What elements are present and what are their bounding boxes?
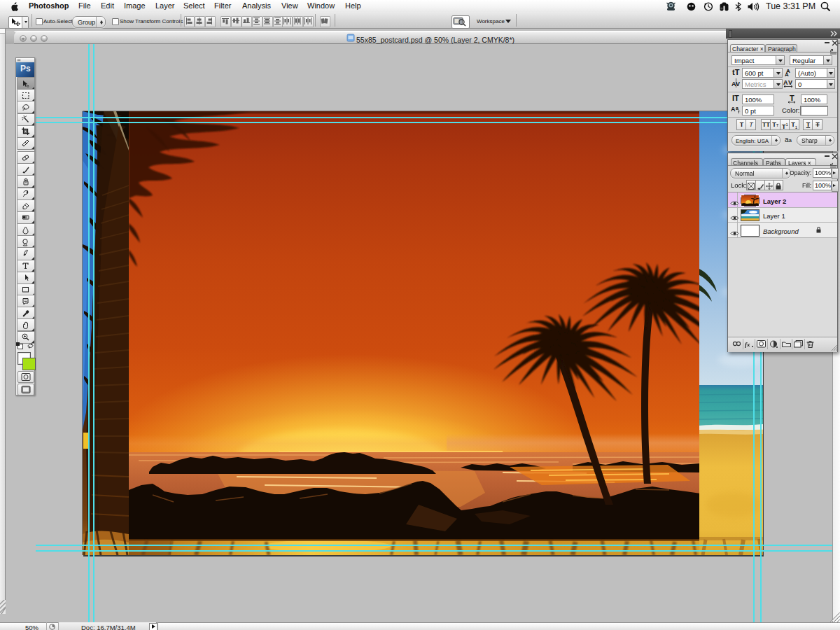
svg-text:A: A	[731, 106, 736, 113]
svg-text:A: A	[783, 79, 788, 86]
svg-text:a: a	[736, 106, 738, 111]
svg-text:fx: fx	[745, 341, 750, 348]
svg-text:V: V	[736, 80, 740, 88]
svg-text:A: A	[785, 71, 789, 76]
svg-text:V: V	[788, 79, 792, 86]
